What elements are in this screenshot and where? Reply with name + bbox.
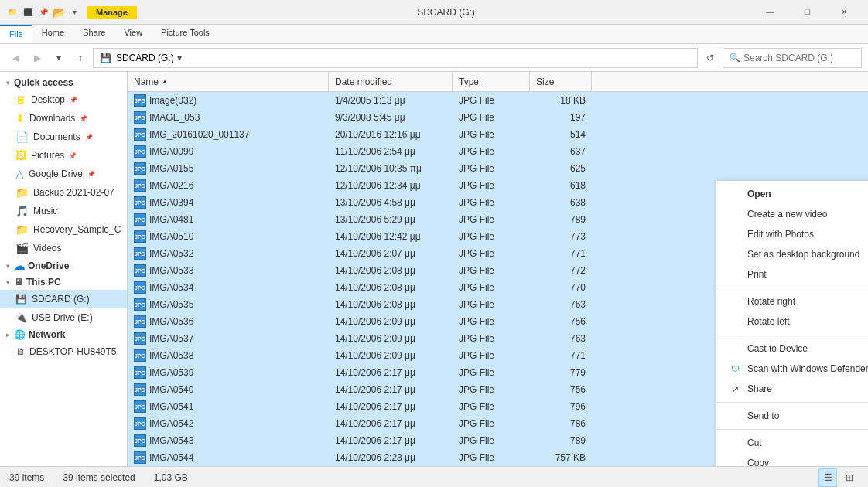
menu-rotate-right[interactable]: Rotate right [716,291,868,312]
forward-button[interactable]: ▶ [28,49,46,67]
table-row[interactable]: JPG IMGA0099 11/10/2006 2:54 μμ JPG File… [128,143,868,160]
search-input[interactable] [743,53,855,63]
dropdown-icon: ▾ [68,6,80,19]
sidebar-item-googledrive[interactable]: △ Google Drive 📌 [0,165,127,183]
videos-label: Videos [33,243,61,254]
sidebar-item-pictures[interactable]: 🖼 Pictures 📌 [0,146,127,165]
menu-share[interactable]: ↗ Share [716,379,868,399]
sidebar-item-usb[interactable]: 🔌 USB Drive (E:) [0,308,127,327]
music-icon: 🎵 [15,205,29,217]
sidebar-item-sdcard[interactable]: 💾 SDCARD (G:) [0,290,127,308]
pictures-folder-icon: 🖼 [15,149,26,162]
send-to-icon [729,410,741,422]
usb-label: USB Drive (E:) [32,312,93,323]
jpg-icon: JPG [134,400,146,413]
network-header[interactable]: ▸ 🌐 Network [0,327,127,342]
close-button[interactable]: ✕ [826,0,862,25]
file-list-header: Name ▲ Date modified Type Size [128,72,868,92]
onedrive-header[interactable]: ▾ ☁ OneDrive [0,257,127,274]
tab-share[interactable]: Share [73,25,114,43]
manage-tab[interactable]: Manage [87,6,137,19]
sdcard-label: SDCARD (G:) [32,294,90,305]
grid-view-button[interactable]: ⊞ [840,468,859,487]
documents-label: Documents [33,131,80,142]
menu-rotate-left[interactable]: Rotate left [716,312,868,332]
pin-icon: 📌 [70,97,77,104]
sidebar-item-desktop[interactable]: 🖥 Desktop 📌 [0,90,127,109]
tab-file[interactable]: File [0,25,32,43]
backup-folder-icon: 📁 [15,186,29,199]
dropdown-history-button[interactable]: ▾ [50,49,68,67]
col-header-size[interactable]: Size [530,72,592,91]
this-pc-label: This PC [26,277,61,288]
menu-send-to[interactable]: Send to ▶ [716,406,868,426]
table-row[interactable]: JPG IMG_20161020_001137 20/10/2016 12:16… [128,126,868,143]
quick-access-header[interactable]: ▾ Quick access [0,75,127,90]
jpg-icon: JPG [134,451,146,464]
jpg-icon: JPG [134,94,146,107]
menu-create-video[interactable]: Create a new video [716,204,868,224]
jpg-icon: JPG [134,213,146,226]
chevron-icon: ▸ [6,332,9,339]
table-row[interactable]: JPG IMAGE_053 9/3/2008 5:45 μμ JPG File … [128,109,868,126]
search-box[interactable]: 🔍 [723,48,862,68]
cut-icon [729,437,741,449]
folder-icon: 📂 [53,6,65,19]
file-manager-icon: 📁 [6,6,19,19]
path-drive-icon: 💾 [100,53,111,63]
back-button[interactable]: ◀ [6,49,25,67]
downloads-folder-icon: ⬇ [15,112,25,124]
minimize-button[interactable]: — [752,0,788,25]
defender-icon: 🛡 [729,363,741,375]
sidebar: ▾ Quick access 🖥 Desktop 📌 ⬇ Downloads 📌… [0,72,128,466]
col-header-date[interactable]: Date modified [329,72,453,91]
title-bar: 📁 ⬛ 📌 📂 ▾ Manage SDCARD (G:) — ☐ ✕ [0,0,868,25]
chevron-icon: ▾ [6,263,9,270]
tab-home[interactable]: Home [32,25,73,43]
menu-edit-photos[interactable]: Edit with Photos [716,224,868,244]
chevron-icon: ▾ [6,279,9,286]
onedrive-label: OneDrive [28,261,69,271]
this-pc-header[interactable]: ▾ 🖥 This PC [0,274,127,290]
menu-scan[interactable]: 🛡 Scan with Windows Defender... [716,359,868,379]
address-chevron-icon[interactable]: ▾ [177,53,182,63]
pin-icon: 📌 [87,171,95,178]
sidebar-item-videos[interactable]: 🎬 Videos [0,239,127,257]
network-icon: 🌐 [14,329,26,340]
table-row[interactable]: JPG IMGA0155 12/10/2006 10:35 πμ JPG Fil… [128,160,868,177]
status-size: 1,03 GB [154,472,188,483]
up-button[interactable]: ↑ [71,49,90,67]
jpg-icon: JPG [134,332,146,345]
context-menu: Open Create a new video Edit with Photos… [716,180,868,466]
menu-cast[interactable]: Cast to Device ▶ [716,339,868,359]
menu-copy[interactable]: Copy [716,453,868,466]
table-row[interactable]: JPG Image(032) 1/4/2005 1:13 μμ JPG File… [128,92,868,109]
pin-icon: 📌 [69,152,77,159]
maximize-button[interactable]: ☐ [789,0,825,25]
pin-icon: 📌 [80,115,87,122]
col-header-name[interactable]: Name ▲ [128,72,329,91]
tab-view[interactable]: View [114,25,152,43]
menu-set-desktop[interactable]: Set as desktop background [716,244,868,264]
menu-cut[interactable]: Cut [716,433,868,453]
sidebar-item-music[interactable]: 🎵 Music [0,202,127,220]
sidebar-item-downloads[interactable]: ⬇ Downloads 📌 [0,109,127,128]
jpg-icon: JPG [134,434,146,447]
sidebar-item-backup[interactable]: 📁 Backup 2021-02-07 [0,183,127,202]
documents-folder-icon: 📄 [15,131,29,143]
sidebar-item-recovery[interactable]: 📁 Recovery_Sample_C [0,220,127,239]
sort-arrow-icon: ▲ [162,78,168,85]
address-path[interactable]: 💾 SDCARD (G:) ▾ [93,48,698,68]
menu-print[interactable]: Print [716,264,868,284]
sidebar-item-desktop-computer[interactable]: 🖥 DESKTOP-HU849T5 [0,342,127,361]
refresh-button[interactable]: ↺ [701,49,719,67]
jpg-icon: JPG [134,383,146,396]
desktop-bg-icon [729,248,741,261]
menu-open[interactable]: Open [716,184,868,204]
address-text: SDCARD (G:) [116,53,174,63]
list-view-button[interactable]: ☰ [818,468,837,487]
sidebar-item-documents[interactable]: 📄 Documents 📌 [0,128,127,146]
chevron-icon: ▾ [6,80,9,87]
col-header-type[interactable]: Type [453,72,530,91]
tab-picture-tools[interactable]: Picture Tools [152,25,219,43]
